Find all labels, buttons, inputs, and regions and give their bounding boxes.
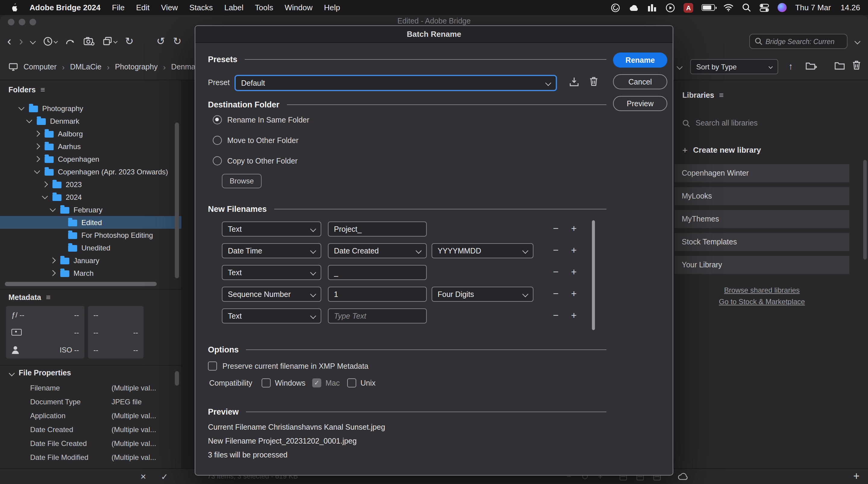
delete-icon[interactable] [852, 60, 861, 70]
radio-move-other-folder[interactable] [213, 136, 222, 145]
library-item[interactable]: Stock Templates [675, 233, 849, 251]
remove-row-button[interactable]: − [549, 289, 562, 299]
add-row-button[interactable]: + [567, 224, 581, 233]
unix-label[interactable]: Unix [361, 379, 375, 388]
chevron-right-icon[interactable] [34, 143, 40, 149]
folder-tree-item[interactable]: Aarhus [0, 140, 181, 153]
stack-documents-icon[interactable] [103, 36, 117, 46]
menu-item-file[interactable]: File [112, 3, 125, 12]
filenames-scrollbar[interactable] [592, 220, 595, 330]
folder-tree-item[interactable]: Copenhagen [0, 153, 181, 165]
remove-row-button[interactable]: − [549, 224, 562, 233]
folder-tree-item[interactable]: January [0, 254, 181, 267]
libraries-panel-menu-icon[interactable]: ≡ [719, 90, 724, 99]
control-center-icon[interactable] [760, 3, 769, 12]
remove-row-button[interactable]: − [549, 267, 562, 277]
preserve-filename-checkbox[interactable] [208, 362, 217, 371]
camera-import-icon[interactable] [84, 36, 95, 46]
folders-horizontal-scrollbar[interactable] [5, 282, 157, 286]
filename-text-input[interactable] [328, 265, 427, 280]
delete-preset-icon[interactable] [590, 77, 598, 86]
rename-button[interactable]: Rename [613, 53, 667, 67]
new-folder-icon[interactable] [834, 61, 845, 70]
a-app-icon[interactable]: A [684, 3, 693, 12]
filename-field-dropdown[interactable]: Sequence Number [222, 287, 321, 302]
app-menu[interactable]: Adobe Bridge 2024 [30, 3, 101, 12]
filename-field-dropdown[interactable]: Text [222, 222, 321, 236]
property-value[interactable]: (Multiple val... [112, 425, 156, 434]
save-preset-icon[interactable] [569, 77, 579, 87]
metadata-panel-menu-icon[interactable]: ≡ [46, 293, 50, 302]
folders-panel-menu-icon[interactable]: ≡ [40, 85, 45, 94]
sort-ascending-icon[interactable]: ↑ [788, 62, 793, 70]
apple-menu-icon[interactable] [10, 3, 18, 12]
search-options-chevron-icon[interactable] [855, 38, 861, 45]
library-item[interactable]: Copenhagen Winter [675, 164, 849, 182]
refresh-icon[interactable]: ↻ [125, 36, 134, 46]
folder-tree-item-selected[interactable]: Edited [0, 216, 181, 229]
property-value[interactable]: (Multiple val... [112, 384, 156, 392]
chevron-down-icon[interactable] [42, 193, 48, 199]
chevron-right-icon[interactable] [34, 131, 40, 137]
folder-tree-item[interactable]: Copenhagen (Apr. 2023 Onwards) [0, 165, 181, 178]
metadata-apply-icon[interactable]: ✓ [161, 473, 168, 481]
menu-item-label[interactable]: Label [224, 3, 244, 12]
new-item-button[interactable]: + [853, 471, 860, 482]
folder-tree-item[interactable]: 2023 [0, 178, 181, 191]
unix-checkbox[interactable] [347, 378, 356, 388]
property-value[interactable]: (Multiple val... [112, 453, 156, 462]
library-item[interactable]: Your Library [675, 256, 849, 274]
folders-vertical-scrollbar[interactable] [175, 122, 179, 278]
menu-item-window[interactable]: Window [285, 3, 313, 12]
menu-item-tools[interactable]: Tools [255, 3, 273, 12]
folder-tree-item[interactable]: February [0, 203, 181, 216]
folder-options-icon[interactable] [805, 61, 817, 70]
history-chevron-icon[interactable] [54, 39, 58, 43]
file-properties-scrollbar[interactable] [175, 371, 179, 386]
breadcrumb-item[interactable]: DMLaCie [70, 63, 101, 71]
filename-field-dropdown[interactable]: Date Time [222, 243, 321, 258]
filename-field-dropdown[interactable]: Text [222, 308, 321, 323]
property-value[interactable]: JPEG file [112, 398, 142, 406]
preview-button[interactable]: Preview [613, 96, 667, 111]
windows-label[interactable]: Windows [275, 379, 305, 388]
back-button[interactable]: ‹ [7, 35, 11, 47]
chevron-down-icon[interactable] [26, 117, 32, 123]
date-mode-dropdown[interactable]: Date Created [328, 243, 427, 258]
menu-item-stacks[interactable]: Stacks [189, 3, 213, 12]
windows-checkbox[interactable] [261, 378, 271, 388]
browse-shared-libraries-link[interactable]: Browse shared libraries [675, 286, 849, 294]
menu-item-view[interactable]: View [161, 3, 178, 12]
preserve-filename-label[interactable]: Preserve current filename in XMP Metadat… [222, 362, 369, 371]
remove-row-button[interactable]: − [549, 246, 562, 255]
wifi-icon[interactable] [723, 4, 734, 11]
folder-tree-item[interactable]: Denmark [0, 115, 181, 127]
menu-item-edit[interactable]: Edit [136, 3, 150, 12]
sort-dropdown[interactable]: Sort by Type [690, 59, 778, 74]
history-icon[interactable] [43, 36, 58, 46]
battery-icon[interactable] [702, 4, 715, 11]
date-format-dropdown[interactable]: YYYYMMDD [432, 243, 533, 258]
search-input[interactable] [766, 38, 835, 45]
rotate-ccw-button[interactable]: ↺ [156, 36, 165, 46]
metadata-cancel-icon[interactable]: × [141, 472, 146, 482]
cloud-app-icon[interactable] [629, 3, 639, 12]
radio-copy-other-folder[interactable] [213, 156, 222, 165]
folder-tree-item[interactable]: Unedited [0, 241, 181, 254]
menubar-date[interactable]: Thu 7 Mar [795, 3, 831, 12]
chevron-down-icon[interactable] [34, 168, 40, 174]
property-value[interactable]: (Multiple val... [112, 439, 156, 448]
breadcrumb-item[interactable]: Computer [24, 63, 57, 71]
remove-row-button[interactable]: − [549, 311, 562, 320]
menubar-time[interactable]: 14.26 [841, 3, 860, 12]
siri-icon[interactable] [778, 3, 786, 12]
add-row-button[interactable]: + [567, 267, 581, 277]
cloud-sync-icon[interactable] [678, 472, 688, 480]
file-properties-header[interactable]: File Properties [10, 369, 71, 377]
browse-button[interactable]: Browse [222, 174, 261, 188]
chevron-down-icon[interactable] [19, 105, 24, 110]
mac-checkbox[interactable]: ✓ [312, 378, 321, 388]
libraries-scrollbar[interactable] [863, 160, 867, 259]
sequence-start-input[interactable] [328, 287, 427, 302]
forward-button[interactable]: › [19, 35, 23, 47]
